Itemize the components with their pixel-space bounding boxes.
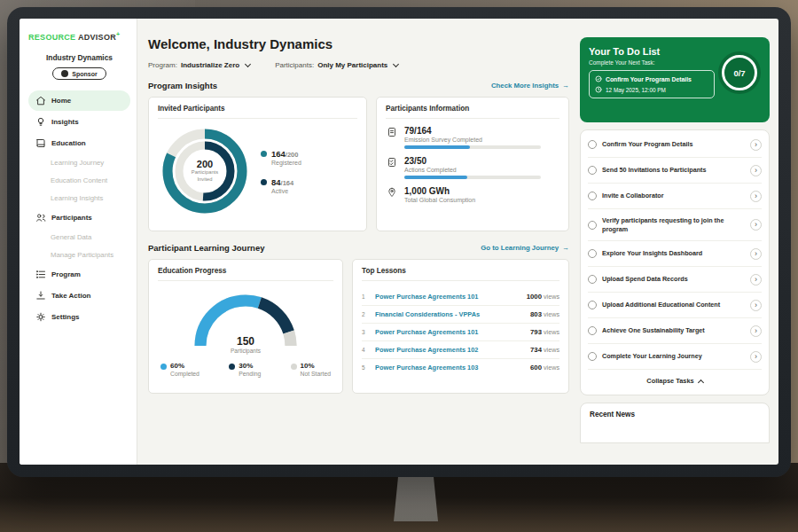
sidebar-item-learning-journey[interactable]: Learning Journey [28,154,130,171]
todo-task-2[interactable]: Send 50 Invitations to Participants › [588,158,762,184]
task-chevron-icon[interactable]: › [750,165,762,176]
lesson-title-link[interactable]: Power Purchase Agreements 103 [375,364,525,372]
task-chevron-icon[interactable]: › [750,248,762,260]
task-chevron-icon[interactable]: › [750,351,762,363]
sidebar-item-insights[interactable]: Insights [28,112,130,132]
legend-active: 84/164 Active [261,177,301,194]
link-label: Check More Insights [491,82,559,90]
lesson-row[interactable]: 2 Financial Considerations - VPPAs 803 v… [362,306,559,324]
sidebar-item-home[interactable]: Home [28,90,130,111]
logo-resource: RESOURCE [28,33,75,42]
arrow-right-icon: → [562,244,569,252]
go-to-learning-journey-link[interactable]: Go to Learning Journey → [481,244,569,252]
org-name: Industry Dynamics [28,53,130,62]
app-logo: RESOURCE ADVISOR+ [28,31,130,42]
todo-task-6[interactable]: Upload Spend Data Records › [588,267,762,293]
chevron-down-icon [245,61,251,67]
lesson-views: 793 [530,328,542,336]
todo-task-8[interactable]: Achieve One Sustainability Target › [588,318,762,344]
program-filter[interactable]: Program: Industrialize Zero [148,61,250,69]
task-chevron-icon[interactable]: › [750,325,762,337]
education-gauge-chart: 150 Participants [188,288,303,354]
donut-center-label: Participants Invited [185,169,224,183]
task-checkbox[interactable] [588,249,597,258]
task-chevron-icon[interactable]: › [750,191,762,202]
stat-value: 79/164 [404,126,559,136]
task-checkbox[interactable] [588,352,597,361]
task-chevron-icon[interactable]: › [750,300,762,311]
lesson-row[interactable]: 5 Power Purchase Agreements 103 600 view… [362,359,559,376]
sidebar-item-education-content[interactable]: Education Content [28,172,130,189]
task-chevron-icon[interactable]: › [750,139,762,151]
task-checkbox[interactable] [588,140,597,149]
sidebar-item-label: Program [51,270,81,278]
gauge-center-label: Participants [188,348,303,354]
views-suffix: views [544,346,559,354]
lesson-title-link[interactable]: Power Purchase Agreements 101 [375,328,525,336]
lightbulb-icon [35,117,46,127]
task-label: Achieve One Sustainability Target [602,326,745,335]
task-checkbox[interactable] [588,221,597,230]
sponsor-icon [61,70,68,77]
stat-global-consumption: 1,000 GWh Total Global Consumption [386,186,559,206]
sidebar-item-manage-participants[interactable]: Manage Participants [28,246,130,263]
todo-progress-ring: 0/7 [718,51,761,94]
lesson-row[interactable]: 4 Power Purchase Agreements 102 734 view… [362,341,559,359]
stat-label: Total Global Consumption [404,197,559,203]
task-checkbox[interactable] [588,275,597,284]
task-checkbox[interactable] [588,192,597,200]
page-title: Welcome, Industry Dynamics [148,36,569,51]
next-task-time: 12 May 2025, 12:00 PM [606,87,666,93]
legend-value: 84 [271,177,281,187]
sidebar-item-education[interactable]: Education [28,133,130,153]
sidebar-item-label: Participants [51,214,92,222]
views-suffix: views [544,364,559,372]
todo-task-5[interactable]: Explore Your Insights Dashboard › [588,241,762,267]
lesson-row[interactable]: 1 Power Purchase Agreements 101 1000 vie… [362,288,559,306]
collapse-tasks-button[interactable]: Collapse Tasks [588,370,762,393]
legend-dot [229,364,235,370]
todo-task-3[interactable]: Invite a Collaborator › [588,184,762,209]
todo-task-9[interactable]: Complete Your Learning Journey › [588,344,762,370]
lesson-title-link[interactable]: Power Purchase Agreements 102 [375,346,525,354]
sidebar-item-program[interactable]: Program [28,264,130,285]
task-checkbox[interactable] [588,326,597,335]
task-chevron-icon[interactable]: › [750,274,762,286]
legend-label: Pending [239,371,261,377]
todo-task-7[interactable]: Upload Additional Educational Content › [588,293,762,318]
sidebar-item-learning-insights[interactable]: Learning Insights [28,190,130,207]
sidebar-item-settings[interactable]: Settings [28,307,130,327]
learning-journey-cards: Education Progress 150 [148,259,569,394]
next-task-box[interactable]: Confirm Your Program Details 12 May 2025… [589,70,715,98]
sidebar-item-take-action[interactable]: Take Action [28,286,130,306]
lesson-views: 1000 [527,293,542,301]
lesson-title-link[interactable]: Financial Considerations - VPPAs [375,310,525,318]
logo-plus: + [116,31,120,37]
lesson-rank: 2 [362,311,370,317]
task-chevron-icon[interactable]: › [750,219,762,231]
lesson-views: 734 [530,346,542,354]
sidebar-item-label: Manage Participants [51,251,113,259]
todo-task-1[interactable]: Confirm Your Program Details › [588,132,762,158]
card-title: Top Lessons [362,267,559,281]
lesson-rank: 3 [362,329,370,335]
sidebar-item-participants[interactable]: Participants [28,207,130,228]
clock-icon [595,86,602,93]
task-checkbox[interactable] [588,301,597,309]
check-more-insights-link[interactable]: Check More Insights → [491,82,569,90]
stat-emission-survey: 79/164 Emission Survey Completed [386,126,559,149]
todo-task-4[interactable]: Verify participants requesting to join t… [588,209,762,241]
sidebar-item-general-data[interactable]: General Data [28,229,130,246]
collapse-label: Collapse Tasks [646,377,693,385]
list-icon [35,270,46,279]
legend-registered: 164/200 Registered [261,149,301,166]
lesson-title-link[interactable]: Power Purchase Agreements 101 [375,293,521,301]
lesson-views: 600 [530,364,542,372]
book-icon [35,138,46,148]
lesson-row[interactable]: 3 Power Purchase Agreements 101 793 view… [362,324,559,341]
legend-dot [261,179,267,185]
participants-filter[interactable]: Participants: Only My Participants [275,61,398,69]
education-progress-card: Education Progress 150 [148,259,343,394]
task-checkbox[interactable] [588,166,597,175]
program-filter-value: Industrialize Zero [181,61,239,69]
